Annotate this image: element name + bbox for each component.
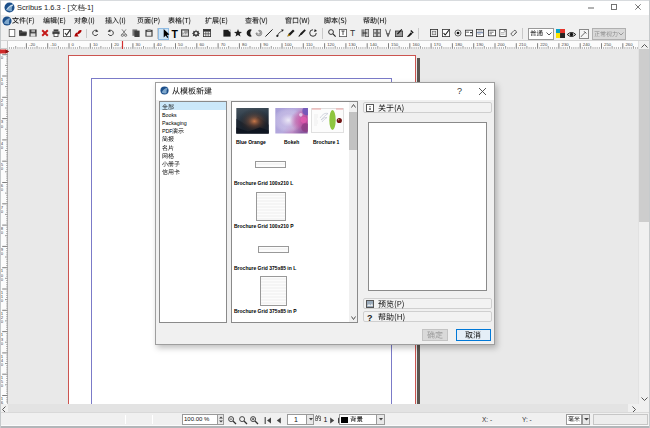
svg-text:230: 230	[562, 42, 570, 47]
svg-text:150: 150	[391, 42, 399, 47]
svg-text:20: 20	[114, 42, 119, 47]
svg-text:210: 210	[519, 42, 527, 47]
svg-text:10: 10	[93, 42, 98, 47]
svg-text:30: 30	[136, 42, 141, 47]
svg-text:250: 250	[604, 42, 612, 47]
svg-text:-20: -20	[29, 42, 36, 47]
svg-text:260: 260	[625, 42, 633, 47]
svg-text:160: 160	[412, 42, 420, 47]
svg-text:120: 120	[327, 42, 335, 47]
svg-text:70: 70	[221, 42, 226, 47]
svg-text:190: 190	[476, 42, 484, 47]
svg-text:240: 240	[583, 42, 591, 47]
svg-text:100: 100	[285, 42, 293, 47]
svg-text:40: 40	[157, 42, 162, 47]
svg-text:130: 130	[349, 42, 357, 47]
svg-text:180: 180	[455, 42, 463, 47]
svg-text:50: 50	[178, 42, 183, 47]
svg-text:?: ?	[367, 313, 373, 322]
svg-text:90: 90	[263, 42, 268, 47]
svg-text:220: 220	[540, 42, 548, 47]
svg-text:60: 60	[199, 42, 204, 47]
svg-text:80: 80	[242, 42, 247, 47]
svg-text:110: 110	[306, 42, 313, 47]
svg-text:170: 170	[434, 42, 442, 47]
svg-text:140: 140	[370, 42, 378, 47]
svg-text:-10: -10	[50, 42, 57, 47]
svg-text:200: 200	[498, 42, 506, 47]
